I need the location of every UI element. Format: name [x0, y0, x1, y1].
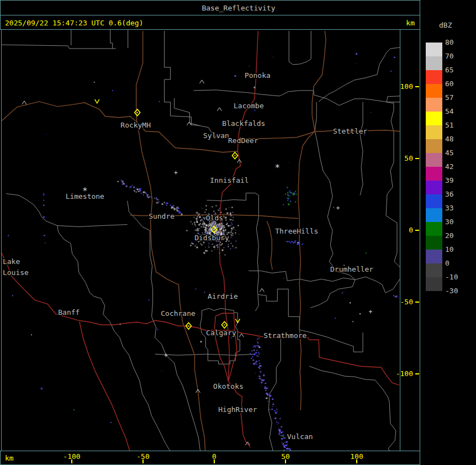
echo-pixel [194, 217, 195, 218]
echo-pixel [234, 75, 236, 77]
right-axis-tick-label: 100 [390, 82, 413, 91]
echo-pixel [283, 437, 285, 438]
echo-pixel [287, 198, 288, 199]
echo-pixel [281, 438, 283, 440]
echo-pixel [205, 209, 207, 210]
echo-pixel [196, 244, 197, 245]
echo-pixel [233, 235, 234, 235]
scale-tick-label: 30 [445, 218, 470, 226]
echo-pixel [224, 230, 225, 231]
scale-tick-label: 0 [445, 259, 470, 267]
site-diamond-center [137, 112, 138, 113]
echo-pixel [197, 216, 198, 218]
echo-pixel [233, 247, 234, 248]
echo-pixel [295, 202, 296, 203]
echo-pixel [287, 241, 288, 242]
echo-pixel [302, 244, 303, 245]
echo-pixel [124, 184, 125, 185]
echo-pixel [223, 247, 224, 248]
city-label: RockyMH [120, 121, 151, 129]
echo-pixel [158, 202, 160, 203]
echo-pixel [288, 198, 289, 198]
echo-pixel [257, 356, 258, 357]
echo-pixel [260, 371, 261, 372]
scale-tick-label: 33 [445, 204, 470, 212]
echo-pixel [197, 246, 198, 248]
echo-pixel [207, 232, 208, 234]
echo-pixel [43, 193, 44, 194]
boundary-line [110, 30, 113, 49]
echo-pixel [217, 244, 218, 245]
echo-pixel [198, 229, 199, 230]
echo-pixel [224, 254, 225, 255]
caret-marker-icon [239, 334, 244, 337]
bottom-axis-unit-label: km [5, 454, 14, 462]
scale-tick-label: 20 [445, 231, 470, 240]
echo-pixel [230, 214, 231, 215]
scale-tick-label: 36 [445, 190, 470, 198]
echo-pixel [256, 363, 257, 364]
echo-pixel [366, 252, 367, 253]
echo-pixel [253, 346, 254, 347]
echo-pixel [121, 182, 121, 182]
echo-pixel [285, 438, 285, 438]
info-bar: 2025/09/22 15:47:23 UTC 0.6(deg) km [0, 15, 420, 30]
echo-pixel [290, 195, 290, 196]
echo-pixel [223, 226, 224, 227]
echo-pixel [290, 201, 291, 202]
scale-swatch [426, 167, 442, 181]
echo-pixel [137, 189, 139, 190]
echo-pixel [294, 241, 295, 242]
echo-pixel [218, 224, 220, 226]
echo-pixel [266, 398, 267, 399]
echo-pixel [239, 234, 239, 235]
echo-pixel [218, 231, 219, 232]
echo-pixel [275, 412, 277, 414]
echo-pixel [216, 228, 218, 229]
echo-pixel [231, 228, 232, 229]
echo-pixel [166, 203, 168, 204]
echo-pixel [197, 229, 198, 230]
echo-pixel [154, 198, 155, 199]
highway-road [80, 321, 130, 451]
scale-tick-label: 45 [445, 149, 470, 157]
city-label: Airdrie [208, 292, 238, 300]
echo-pixel [289, 192, 290, 193]
echo-pixel [177, 208, 179, 209]
echo-pixel [147, 196, 149, 198]
echo-pixel [162, 204, 163, 205]
scale-swatch [426, 98, 442, 112]
echo-pixel [216, 225, 218, 226]
echo-pixel [230, 237, 231, 238]
boundary-line [355, 277, 400, 293]
echo-pixel [199, 214, 200, 215]
echo-pixel [194, 224, 195, 225]
echo-pixel [121, 180, 122, 181]
echo-pixel [196, 212, 198, 214]
echo-pixel [202, 223, 203, 224]
boundary-line [386, 96, 400, 267]
site-diamond-center [234, 155, 235, 156]
scale-swatch [426, 181, 442, 194]
echo-pixel [252, 360, 254, 361]
echo-pixel [215, 223, 216, 224]
echo-pixel [225, 209, 226, 210]
echo-pixel [228, 225, 229, 227]
echo-pixel [199, 224, 200, 225]
echo-pixel [258, 367, 260, 368]
city-label: Lacombe [234, 102, 264, 110]
bottom-axis-tick-mark [71, 459, 72, 463]
echo-pixel [132, 185, 133, 186]
map-viewport[interactable]: **PonokaLacombeBlackfaldsSylvanRedDeerSt… [1, 29, 400, 451]
echo-pixel [194, 222, 195, 223]
echo-pixel [269, 409, 270, 410]
echo-pixel [222, 231, 223, 232]
echo-pixel [45, 242, 46, 243]
scale-tick-label: 10 [445, 245, 470, 253]
scale-swatch [426, 139, 442, 153]
echo-pixel [218, 210, 219, 211]
echo-pixel [220, 224, 221, 225]
bottom-axis-tick-mark [214, 459, 215, 463]
city-label: Limestone [66, 192, 104, 200]
scale-tick-label: 54 [445, 107, 470, 115]
